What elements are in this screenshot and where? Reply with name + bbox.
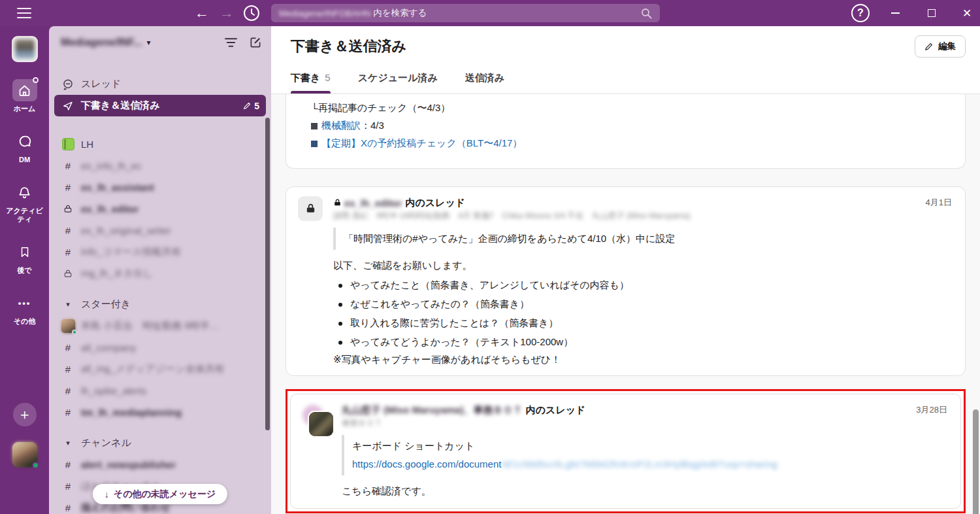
workspace-switcher-avatar[interactable] bbox=[12, 36, 38, 62]
rail-item-later[interactable]: 後で bbox=[4, 241, 46, 275]
workspace-name[interactable]: Mediagene/INF... bbox=[61, 37, 142, 48]
draft-card-thread-selected[interactable]: 丸山窓子 (Miso Maruyama)、事務ＢＯＴ 内のスレッド 3月28日 … bbox=[290, 394, 961, 509]
chevron-down-icon: ▾ bbox=[61, 439, 75, 447]
thread-suffix: 内のスレッド bbox=[405, 197, 465, 209]
lock-icon bbox=[61, 269, 75, 279]
help-icon[interactable]: ? bbox=[851, 4, 870, 22]
tab-drafts-label: 下書き bbox=[291, 72, 320, 84]
bullet-icon bbox=[338, 322, 342, 326]
rail-item-activity[interactable]: アクティビティ bbox=[4, 181, 46, 224]
channel-row[interactable]: # ex_lh_original_writer bbox=[54, 220, 266, 241]
pencil-icon bbox=[243, 101, 252, 110]
tab-scheduled[interactable]: スケジュール済み bbox=[358, 67, 438, 94]
unread-messages-pill-button[interactable]: ↓ その他の未読メッセージ bbox=[93, 484, 227, 504]
user-avatar[interactable] bbox=[12, 442, 37, 467]
tab-drafts[interactable]: 下書き 5 bbox=[291, 67, 331, 94]
compose-icon[interactable] bbox=[249, 36, 262, 49]
channel-row[interactable]: # ex_lh_assistant bbox=[54, 177, 266, 198]
channel-row[interactable]: # info_コマース情報共有 bbox=[54, 241, 266, 263]
create-new-button[interactable]: ＋ bbox=[13, 403, 37, 426]
channel-row[interactable]: # ex_info_lh_ec bbox=[54, 155, 266, 177]
channel-row[interactable]: ex_lh_editor bbox=[54, 198, 266, 220]
history-clock-icon[interactable] bbox=[242, 4, 261, 22]
section-starred[interactable]: ▾ スター付き bbox=[54, 294, 266, 315]
channel-name-blurred: ex_lh_original_writer bbox=[81, 225, 171, 236]
channel-name-blurred: all_mg_メディアジーン全体共有 bbox=[81, 363, 225, 375]
rail-label-activity: アクティビティ bbox=[4, 207, 46, 224]
channel-name-blurred: all_company bbox=[81, 342, 136, 353]
section-channels[interactable]: ▾ チャンネル bbox=[54, 432, 266, 454]
tab-drafts-count: 5 bbox=[325, 72, 330, 83]
window-maximize-button[interactable] bbox=[917, 0, 946, 26]
rail-item-more[interactable]: ••• その他 bbox=[4, 292, 46, 326]
tab-sent-label: 送信済み bbox=[465, 72, 504, 84]
thread-date: 3月28日 bbox=[916, 404, 947, 416]
bullet-item: やってみたこと（箇条書き、アレンジしていればその内容も） bbox=[333, 276, 952, 295]
more-dots-icon: ••• bbox=[12, 292, 37, 314]
draft-card-thread[interactable]: ex_lh_editor 内のスレッド 4月1日 諸岡 美紀 9時半-16時時短… bbox=[286, 186, 966, 376]
link-tail-blurred: /d/1c58d5cc9Lgbt768842fmKnIP2Lm3HylBqg/e… bbox=[501, 458, 777, 470]
home-unread-dot bbox=[33, 77, 39, 83]
starred-header-label: スター付き bbox=[81, 298, 131, 311]
chevron-down-icon[interactable]: ▾ bbox=[146, 38, 150, 47]
hash-icon: # bbox=[61, 459, 75, 470]
channel-row[interactable]: # lh_spike_alerts bbox=[54, 380, 266, 402]
search-input[interactable]: Mediagene/INFOBAHN 内を検索する bbox=[271, 4, 660, 22]
quote-title: キーボード ショートカット bbox=[352, 437, 947, 455]
main-scrollbar[interactable] bbox=[973, 409, 979, 514]
channel-row[interactable]: # tm_lh_mediaplanning bbox=[54, 402, 266, 423]
sidebar-list: スレッド 下書き＆送信済み 5 LH # ex_info_lh_ec bbox=[49, 59, 271, 514]
sidebar-item-threads[interactable]: スレッド bbox=[54, 73, 266, 95]
task-line: 再掲記事のチェック（〜4/3） bbox=[318, 102, 451, 114]
history-back-icon[interactable]: ← bbox=[191, 3, 213, 24]
workspace-rail: ホーム DM アクティビティ 後で ••• その他 ＋ bbox=[0, 26, 49, 514]
thread-header: 丸山窓子 (Miso Maruyama)、事務ＢＯＴ 内のスレッド 3月28日 bbox=[342, 403, 947, 417]
edit-button[interactable]: 編集 bbox=[915, 35, 966, 58]
channel-row[interactable]: # all_mg_メディアジーン全体共有 bbox=[54, 358, 266, 380]
bullet-item: 取り入れる際に苦労したことは？（箇条書き） bbox=[333, 314, 952, 333]
sidebar-item-drafts-sent[interactable]: 下書き＆送信済み 5 bbox=[54, 95, 266, 116]
hash-icon: # bbox=[61, 407, 75, 418]
send-icon bbox=[61, 100, 75, 112]
menu-icon[interactable] bbox=[17, 8, 31, 18]
channel-name-blurred: tm_lh_mediaplanning bbox=[81, 407, 182, 418]
google-docs-link[interactable]: https://docs.google.com/document bbox=[352, 458, 501, 470]
hash-icon: # bbox=[61, 342, 75, 353]
task-link[interactable]: 【定期】Xの予約投稿チェック（BLT〜4/17） bbox=[321, 137, 522, 150]
quoted-message: 「時間管理術の#やってみた」企画の締切をあらためて4/10（水）中に設定 bbox=[333, 228, 952, 250]
rail-label-more: その他 bbox=[4, 317, 46, 326]
presence-online-dot bbox=[32, 462, 39, 469]
dm-avatar bbox=[61, 319, 75, 333]
rail-item-home[interactable]: ホーム bbox=[4, 79, 46, 113]
window-minimize-button[interactable] bbox=[881, 0, 909, 26]
filter-icon[interactable] bbox=[225, 37, 237, 48]
channel-row[interactable]: mg_lh_ネタ出し bbox=[54, 263, 266, 284]
lock-icon bbox=[61, 204, 75, 214]
channel-row[interactable]: # alert_newspublisher bbox=[54, 454, 266, 475]
sidebar-item-lh[interactable]: LH bbox=[54, 133, 266, 155]
dm-icon bbox=[12, 130, 37, 152]
draft-bullet-list: やってみたこと（箇条書き、アレンジしていればその内容も） なぜこれをやってみたの… bbox=[333, 276, 952, 352]
down-arrow-icon: ↓ bbox=[105, 489, 109, 500]
sidebar-scrollbar[interactable] bbox=[265, 118, 270, 430]
lock-icon bbox=[333, 198, 342, 207]
avatar-blurred bbox=[309, 412, 333, 436]
draft-text: こちら確認済です。 bbox=[342, 485, 947, 498]
square-bullet-icon bbox=[311, 123, 318, 129]
rail-label-later: 後で bbox=[4, 266, 46, 275]
thread-date: 4月1日 bbox=[926, 197, 952, 209]
bullet-icon bbox=[338, 341, 342, 345]
channel-name-blurred: alert_newspublisher bbox=[81, 459, 176, 470]
drafts-list: └再掲記事のチェック（〜4/3） 機械翻訳：4/3 【定期】Xの予約投稿チェック… bbox=[271, 94, 980, 514]
history-forward-icon: → bbox=[216, 3, 238, 24]
pencil-icon bbox=[924, 42, 934, 51]
app-body: ホーム DM アクティビティ 後で ••• その他 ＋ bbox=[0, 26, 980, 514]
tab-sent[interactable]: 送信済み bbox=[465, 67, 504, 94]
rail-item-dm[interactable]: DM bbox=[4, 130, 46, 164]
draft-card-clipped[interactable]: └再掲記事のチェック（〜4/3） 機械翻訳：4/3 【定期】Xの予約投稿チェック… bbox=[286, 94, 966, 169]
window-close-button[interactable]: ✕ bbox=[953, 0, 980, 26]
bookmark-icon bbox=[12, 241, 37, 263]
dm-row[interactable]: 米島 小百合 時短勤務 9時半… bbox=[54, 315, 266, 337]
channel-row[interactable]: # all_company bbox=[54, 337, 266, 358]
task-link[interactable]: 機械翻訳 bbox=[321, 120, 361, 132]
